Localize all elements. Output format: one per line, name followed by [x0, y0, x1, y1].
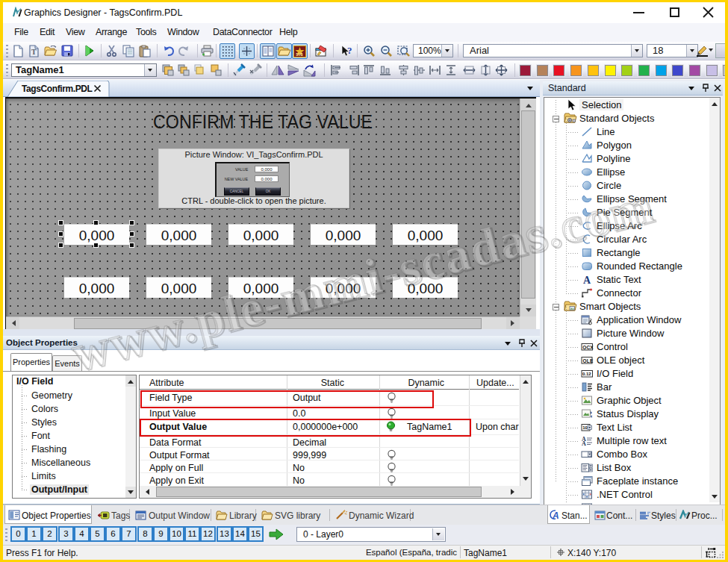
svg-text:T: T [31, 48, 37, 56]
svg-text:A: A [582, 440, 586, 446]
svg-text:?: ? [347, 45, 352, 56]
svg-text:OLE: OLE [583, 358, 594, 363]
svg-text:0.12: 0.12 [582, 372, 591, 376]
svg-text:A: A [583, 275, 591, 285]
svg-text:10: 10 [582, 425, 588, 430]
svg-text:SVG: SVG [296, 52, 303, 56]
svg-text:OCX: OCX [582, 345, 594, 350]
svg-text:A: A [552, 511, 559, 520]
